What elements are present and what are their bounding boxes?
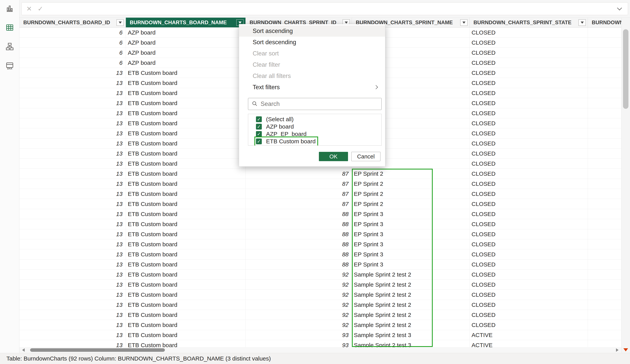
cell[interactable]: CLOSED xyxy=(470,219,588,229)
cell[interactable]: CLOSED xyxy=(470,259,588,269)
cell[interactable]: ETB Custom board xyxy=(126,179,246,189)
menu-item[interactable]: Text filters xyxy=(239,82,385,93)
cell[interactable]: 87 xyxy=(246,199,352,209)
cell[interactable]: 87 xyxy=(246,169,352,179)
cell[interactable]: CLOSED xyxy=(470,270,588,279)
sidebar-item-report-view[interactable] xyxy=(0,0,20,18)
cell[interactable]: ETB Custom board xyxy=(126,330,246,340)
cell[interactable]: 13 xyxy=(20,320,126,330)
cell[interactable]: EP Sprint 3 xyxy=(352,219,470,229)
column-header[interactable]: BURNDOWN_CHARTS_BOARD_ID xyxy=(20,18,126,27)
cell[interactable]: 93 xyxy=(246,330,352,340)
cell[interactable]: 93 xyxy=(246,340,352,347)
cell[interactable] xyxy=(588,270,621,279)
cell[interactable]: 13 xyxy=(20,88,126,98)
cell[interactable]: 88 xyxy=(246,219,352,229)
cell[interactable]: ETB Custom board xyxy=(126,108,246,118)
cell[interactable]: CLOSED xyxy=(470,209,588,219)
cell[interactable]: ETB Custom board xyxy=(126,300,246,310)
cell[interactable]: ETB Custom board xyxy=(126,310,246,320)
cell[interactable]: CLOSED xyxy=(470,199,588,209)
cell[interactable]: CLOSED xyxy=(470,280,588,290)
cell[interactable]: ETB Custom board xyxy=(126,118,246,128)
cell[interactable]: CLOSED xyxy=(470,169,588,179)
cell[interactable]: CLOSED xyxy=(470,300,588,310)
cell[interactable]: ACTIVE xyxy=(470,340,588,347)
cell[interactable]: 13 xyxy=(20,118,126,128)
cell[interactable]: 92 xyxy=(246,270,352,279)
vertical-scrollbar[interactable] xyxy=(621,18,630,353)
cell[interactable]: 6 xyxy=(20,27,126,37)
filter-value-item[interactable]: ✓ AZP_EP_board xyxy=(248,130,382,138)
cell[interactable]: CLOSED xyxy=(470,179,588,189)
cell[interactable]: EP Sprint 2 xyxy=(352,169,470,179)
cell[interactable] xyxy=(588,219,621,229)
cell[interactable] xyxy=(588,27,621,37)
cell[interactable] xyxy=(588,209,621,219)
cell[interactable]: Sample Sprint 2 test 2 xyxy=(352,300,470,310)
cell[interactable]: ETB Custom board xyxy=(126,169,246,179)
cell[interactable]: ETB Custom board xyxy=(126,340,246,347)
cell[interactable]: EP Sprint 2 xyxy=(352,199,470,209)
cell[interactable] xyxy=(588,128,621,138)
cell[interactable]: ETB Custom board xyxy=(126,189,246,199)
cell[interactable]: ETB Custom board xyxy=(126,270,246,279)
cell[interactable]: 88 xyxy=(246,239,352,249)
cell[interactable]: 13 xyxy=(20,219,126,229)
cell[interactable]: 13 xyxy=(20,108,126,118)
cell[interactable] xyxy=(588,118,621,128)
cell[interactable] xyxy=(588,149,621,159)
cell[interactable]: CLOSED xyxy=(470,249,588,259)
cell[interactable]: 92 xyxy=(246,280,352,290)
filter-value-item[interactable]: ✓ (Select all) xyxy=(248,116,382,123)
cell[interactable]: 13 xyxy=(20,78,126,88)
cell[interactable]: 13 xyxy=(20,128,126,138)
cell[interactable]: 13 xyxy=(20,189,126,199)
cell[interactable]: Sample Sprint 2 test 2 xyxy=(352,290,470,300)
cell[interactable]: 13 xyxy=(20,149,126,159)
cell[interactable]: CLOSED xyxy=(470,239,588,249)
cell[interactable]: CLOSED xyxy=(470,128,588,138)
cell[interactable]: EP Sprint 2 xyxy=(352,189,470,199)
filter-button[interactable] xyxy=(116,19,124,26)
cell[interactable]: ETB Custom board xyxy=(126,290,246,300)
checked-checkbox-icon[interactable]: ✓ xyxy=(256,139,262,144)
cell[interactable]: CLOSED xyxy=(470,108,588,118)
cell[interactable] xyxy=(588,179,621,189)
vertical-scrollbar-thumb[interactable] xyxy=(623,29,628,109)
cell[interactable]: ACTIVE xyxy=(470,330,588,340)
cell[interactable]: 13 xyxy=(20,239,126,249)
cell[interactable] xyxy=(588,58,621,68)
cell[interactable]: AZP board xyxy=(126,48,246,58)
column-header[interactable]: BURNDOWN_CHARTS_SPRINT_STATE xyxy=(470,18,588,27)
cell[interactable] xyxy=(588,108,621,118)
cell[interactable]: CLOSED xyxy=(470,68,588,78)
column-header[interactable]: BURNDOWN_C xyxy=(588,18,621,27)
cell[interactable]: CLOSED xyxy=(470,88,588,98)
cell[interactable]: CLOSED xyxy=(470,290,588,300)
cell[interactable]: ETB Custom board xyxy=(126,149,246,159)
cell[interactable]: AZP board xyxy=(126,38,246,47)
cell[interactable]: CLOSED xyxy=(470,229,588,239)
cell[interactable]: 13 xyxy=(20,310,126,320)
menu-item[interactable]: Sort descending xyxy=(239,37,385,48)
cell[interactable]: 13 xyxy=(20,340,126,347)
cell[interactable]: EP Sprint 3 xyxy=(352,259,470,269)
cell[interactable] xyxy=(588,290,621,300)
sidebar-item-data-view[interactable] xyxy=(0,19,20,37)
cell[interactable]: 13 xyxy=(20,199,126,209)
cell[interactable]: Sample Sprint 2 test 2 xyxy=(352,270,470,279)
cell[interactable]: CLOSED xyxy=(470,38,588,47)
cell[interactable]: 13 xyxy=(20,179,126,189)
filter-search-input[interactable] xyxy=(260,100,378,107)
cell[interactable]: 13 xyxy=(20,68,126,78)
menu-item[interactable]: Sort ascending xyxy=(239,25,385,37)
cell[interactable]: CLOSED xyxy=(470,159,588,169)
cell[interactable]: EP Sprint 3 xyxy=(352,209,470,219)
cell[interactable]: ETB Custom board xyxy=(126,199,246,209)
filter-value-item[interactable]: ✓ AZP board xyxy=(248,123,382,130)
checked-checkbox-icon[interactable]: ✓ xyxy=(256,131,262,137)
cell[interactable]: ETB Custom board xyxy=(126,320,246,330)
cell[interactable]: 13 xyxy=(20,290,126,300)
scroll-down-arrow-icon[interactable] xyxy=(624,348,628,352)
